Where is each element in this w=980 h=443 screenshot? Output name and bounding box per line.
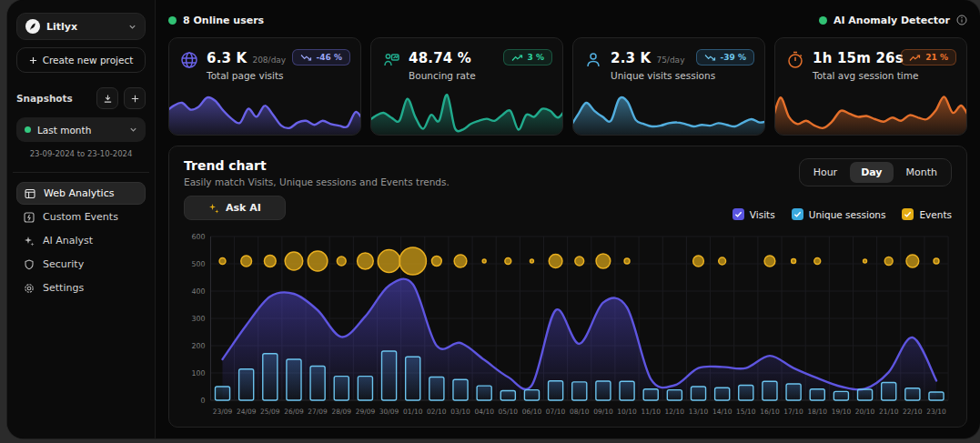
- unique-sessions-bar: [429, 378, 444, 401]
- sidebar-item-web-analytics[interactable]: Web Analytics: [16, 182, 146, 205]
- y-tick-label: 600: [192, 233, 206, 241]
- trending-up-icon: [511, 54, 523, 62]
- snapshot-add-button[interactable]: [124, 87, 146, 109]
- check-icon: [904, 210, 912, 218]
- ai-analyst-icon: [24, 236, 35, 247]
- page-visits-sparkline: [168, 87, 361, 136]
- timer-icon: [786, 51, 804, 69]
- x-tick-label: 06/10: [522, 408, 542, 416]
- checkbox-visits[interactable]: [732, 208, 744, 220]
- x-tick-label: 04/10: [474, 408, 494, 416]
- x-tick-label: 11/10: [641, 408, 661, 416]
- legend-visits[interactable]: Visits: [732, 208, 775, 220]
- unique-sessions-bar: [524, 390, 539, 400]
- trend-chart-subtitle: Easily match Visits, Unique sessions and…: [184, 176, 450, 187]
- check-icon: [734, 210, 743, 218]
- snapshot-download-button[interactable]: [96, 87, 118, 109]
- unique-sessions-bar: [453, 379, 468, 400]
- checkbox-events[interactable]: [902, 208, 914, 220]
- trend-badge: 21 %: [901, 49, 956, 65]
- snapshot-period-select[interactable]: Last month: [16, 117, 146, 142]
- unique-sessions-bar: [858, 389, 873, 400]
- stat-rate: 208/day: [252, 55, 286, 65]
- x-tick-label: 19/10: [832, 408, 852, 416]
- topbar: 8 Online users AI Anomaly Detector: [168, 9, 967, 31]
- info-icon[interactable]: [956, 15, 967, 25]
- events-bubble: [884, 257, 893, 266]
- project-name: Litlyx: [46, 21, 122, 33]
- unique-sessions-bar: [905, 388, 920, 400]
- sidebar-item-ai-analyst[interactable]: AI Analyst: [16, 229, 146, 252]
- check-icon: [793, 210, 802, 218]
- y-tick-label: 200: [192, 342, 206, 350]
- trend-chart-svg: 010020030040050060023/0924/0925/0926/092…: [184, 226, 952, 428]
- unique-sessions-sparkline: [572, 87, 765, 136]
- chevron-down-icon: [129, 126, 137, 134]
- unique-sessions-bar: [358, 377, 372, 400]
- tab-hour[interactable]: Hour: [803, 162, 849, 183]
- sparkline-area: [774, 96, 967, 136]
- trend-badge: -39 %: [696, 49, 754, 65]
- sparkline-area: [168, 97, 361, 136]
- avg-session-sparkline: [774, 87, 967, 136]
- unique-sessions-bar: [334, 377, 349, 400]
- x-tick-label: 05/10: [499, 408, 519, 416]
- unique-sessions-bar: [596, 381, 611, 400]
- x-tick-label: 13/10: [689, 408, 709, 416]
- unique-sessions-bar: [810, 389, 824, 400]
- events-bubble: [308, 251, 328, 271]
- x-tick-label: 01/10: [403, 408, 423, 416]
- online-users-status: 8 Online users: [168, 15, 264, 26]
- trend-badge: -46 %: [292, 49, 350, 65]
- sidebar-item-security[interactable]: Security: [16, 253, 146, 276]
- trending-up-icon: [909, 54, 921, 62]
- events-bubble: [482, 259, 486, 263]
- chart-legend: Visits Unique sessions Events: [732, 208, 952, 220]
- trend-chart-area: 010020030040050060023/0924/0925/0926/092…: [184, 226, 952, 421]
- download-icon: [103, 94, 113, 104]
- snapshots-label: Snapshots: [16, 93, 91, 104]
- unique-sessions-bar: [882, 383, 896, 401]
- x-tick-label: 12/10: [665, 408, 685, 416]
- y-tick-label: 100: [192, 369, 206, 378]
- events-bubble: [241, 256, 252, 267]
- x-tick-label: 08/10: [570, 408, 590, 416]
- x-tick-label: 23/09: [213, 408, 233, 416]
- ask-ai-button[interactable]: Ask AI: [184, 196, 286, 220]
- unique-sessions-bar: [382, 351, 397, 400]
- create-new-project-button[interactable]: Create new project: [16, 47, 146, 73]
- unique-sessions-bar: [786, 384, 801, 400]
- events-bubble: [549, 255, 562, 268]
- unique-sessions-bar: [834, 391, 848, 400]
- events-bubble: [378, 250, 400, 273]
- stat-card-unique-sessions: 2.3 K 75/day Unique visits sessions -39 …: [572, 37, 765, 136]
- events-bubble: [337, 257, 346, 266]
- trending-down-icon: [300, 54, 312, 62]
- events-bubble: [431, 257, 441, 267]
- legend-unique-sessions[interactable]: Unique sessions: [792, 208, 886, 220]
- stat-value: 1h 15m 26s: [813, 50, 904, 66]
- events-bubble: [285, 252, 303, 270]
- bounce-rate-icon: [382, 51, 400, 69]
- unique-sessions-bar: [643, 389, 658, 400]
- x-tick-label: 10/10: [617, 408, 637, 416]
- unique-sessions-bar: [667, 390, 682, 400]
- x-tick-label: 02/10: [427, 408, 447, 416]
- unique-sessions-bar: [263, 354, 278, 400]
- stat-label: Unique visits sessions: [611, 70, 715, 81]
- user-icon: [584, 51, 602, 69]
- events-bubble: [719, 257, 726, 265]
- x-tick-label: 30/09: [379, 408, 399, 416]
- web-analytics-icon: [25, 188, 35, 199]
- tab-month[interactable]: Month: [895, 162, 948, 183]
- project-selector[interactable]: Litlyx: [16, 13, 146, 40]
- stat-label: Bouncing rate: [409, 70, 477, 81]
- sidebar-item-settings[interactable]: Settings: [16, 277, 146, 299]
- legend-events[interactable]: Events: [902, 208, 952, 220]
- checkbox-unique-sessions[interactable]: [792, 208, 803, 220]
- tab-day[interactable]: Day: [850, 162, 893, 183]
- sidebar-item-custom-events[interactable]: Custom Events: [16, 206, 146, 228]
- unique-sessions-bar: [239, 369, 254, 400]
- unique-sessions-bar: [287, 359, 301, 400]
- y-tick-label: 400: [192, 287, 206, 296]
